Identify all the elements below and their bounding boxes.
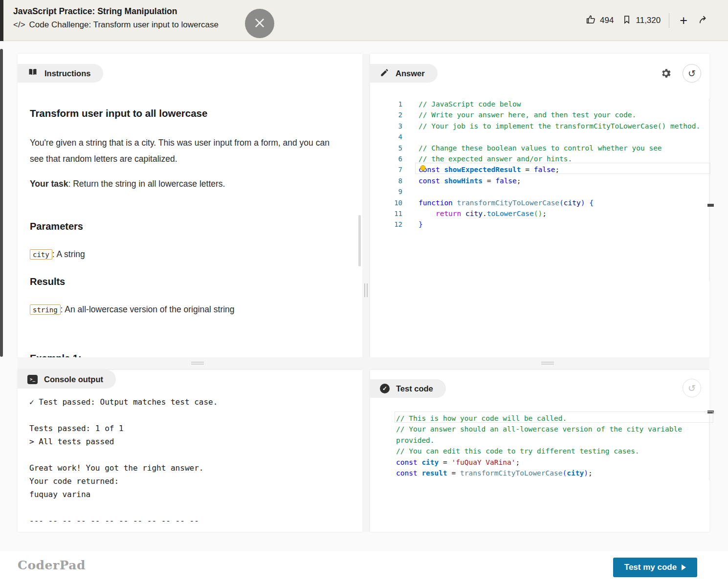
lightbulb-icon[interactable] xyxy=(419,165,426,174)
task-line: Your task: Return the string in all lowe… xyxy=(30,179,225,189)
splitter-handle[interactable] xyxy=(364,283,368,297)
testcode-editor[interactable]: // This is how your code will be called.… xyxy=(396,413,682,478)
page-scrollbar[interactable] xyxy=(0,49,3,357)
param-desc: : A string xyxy=(52,249,85,259)
test-my-code-button[interactable]: Test my code xyxy=(613,558,697,577)
console-line xyxy=(29,448,218,461)
settings-gear-icon[interactable] xyxy=(660,67,672,81)
code-line: 10function transformCityToLowerCase(city… xyxy=(370,197,709,208)
console-line xyxy=(29,501,218,514)
coderpad-logo: CoderPad xyxy=(18,558,86,572)
code-line: 2// Write your answer here, and then tes… xyxy=(370,109,709,120)
reset-icon: ↺ xyxy=(688,383,696,394)
terminal-icon: >_ xyxy=(27,375,38,384)
reset-icon: ↺ xyxy=(688,68,696,79)
tab-label: Instructions xyxy=(44,69,90,78)
vertical-splitter[interactable] xyxy=(362,54,370,357)
pencil-icon xyxy=(380,68,389,79)
console-line: Your code returned: xyxy=(29,475,218,488)
code-line: 3// Your job is to implement the transfo… xyxy=(370,121,709,131)
likes-count: 494 xyxy=(600,16,614,25)
instructions-panel: Instructions Transform user input to all… xyxy=(18,54,362,357)
bookmark-icon xyxy=(622,14,632,27)
header: JavaScript Practice: String Manipulation… xyxy=(0,0,728,41)
instructions-scrollbar[interactable] xyxy=(358,215,361,266)
console-panel: >_ Console output ✓ Test passed: Output … xyxy=(18,370,362,532)
code-line: 6// the expected answer and/or hints. xyxy=(370,153,709,164)
horizontal-splitter[interactable] xyxy=(18,357,709,370)
code-line: // Your answer should an all-lowercase v… xyxy=(396,424,682,434)
page-subtitle: </> Code Challenge: Transform user input… xyxy=(13,20,219,30)
task-text: : Return the string in all lowercase let… xyxy=(68,179,225,189)
code-line: 4 xyxy=(370,131,709,142)
result-code-chip: string xyxy=(30,304,61,315)
tab-instructions[interactable]: Instructions xyxy=(18,64,103,83)
tab-label: Console output xyxy=(44,375,103,384)
challenge-heading: Transform user input to all lowercase xyxy=(30,108,207,119)
param-code-chip: city xyxy=(30,249,52,260)
reset-code-button[interactable]: ↺ xyxy=(683,64,701,83)
parameter-line: city: A string xyxy=(30,249,85,260)
code-line: const city = 'fuQuaY VaRina'; xyxy=(396,457,682,468)
example-heading: Example 1: xyxy=(30,353,82,357)
tab-console-output[interactable]: >_ Console output xyxy=(18,370,116,389)
likes-stat[interactable]: 494 xyxy=(585,14,614,27)
book-icon xyxy=(27,67,38,79)
console-line: Great work! You got the right answer. xyxy=(29,461,218,475)
console-line: --- -- -- -- -- -- -- -- -- -- -- -- xyxy=(29,514,218,527)
add-button[interactable]: + xyxy=(678,14,689,27)
page-title: JavaScript Practice: String Manipulation xyxy=(13,6,177,17)
console-line: Tests passed: 1 of 1 xyxy=(29,422,218,435)
console-line xyxy=(29,409,218,422)
code-line: 5// Change these boolean values to contr… xyxy=(370,143,709,153)
parameters-heading: Parameters xyxy=(30,221,83,232)
code-line: provided. xyxy=(396,435,682,446)
result-desc: : An all-lowercase version of the origin… xyxy=(61,304,235,314)
task-label: Your task xyxy=(30,179,68,189)
console-line: fuquay varina xyxy=(29,488,218,501)
code-line-current: 11 return city.toLowerCase(); xyxy=(370,208,709,219)
reset-testcode-button[interactable]: ↺ xyxy=(683,379,701,397)
test-button-label: Test my code xyxy=(624,563,677,572)
thumbs-up-icon xyxy=(585,14,596,27)
answer-panel: Answer ↺ 1// JavaScript code below 2// W… xyxy=(370,54,709,357)
vertical-splitter-bottom[interactable] xyxy=(362,370,370,532)
code-line: // You can edit this code to try differe… xyxy=(396,446,682,456)
check-circle-icon: ✓ xyxy=(380,384,390,393)
code-tag-icon: </> xyxy=(13,20,25,30)
console-line: ✓ Test passed: Output matches test case. xyxy=(29,395,218,409)
code-line: // This is how your code will be called. xyxy=(396,413,682,424)
tab-test-code[interactable]: ✓ Test code xyxy=(370,379,446,398)
results-heading: Results xyxy=(30,276,65,287)
subtitle-text: Code Challenge: Transform user input to … xyxy=(29,20,219,30)
code-line: 9 xyxy=(370,186,709,197)
splitter-handle-left[interactable] xyxy=(191,362,204,365)
play-icon xyxy=(682,564,686,570)
share-button[interactable] xyxy=(698,15,709,27)
footer: CoderPad Test my code xyxy=(0,551,728,585)
close-button[interactable] xyxy=(245,9,274,38)
tab-answer[interactable]: Answer xyxy=(370,64,438,83)
header-actions: 494 11,320 + xyxy=(585,0,709,41)
challenge-intro: You're given a string that is a city. Th… xyxy=(30,135,343,167)
code-line: const result = transformCityToLowerCase(… xyxy=(396,468,682,478)
splitter-handle-right[interactable] xyxy=(541,362,554,365)
header-divider xyxy=(669,13,669,28)
share-arrow-icon xyxy=(698,15,709,27)
left-edge-bar xyxy=(0,0,3,41)
code-line: 8const showHints = false; xyxy=(370,175,709,186)
bookmarks-stat[interactable]: 11,320 xyxy=(622,14,661,27)
tab-label: Answer xyxy=(396,69,425,78)
code-line: 1// JavaScript code below xyxy=(370,99,709,109)
tab-label: Test code xyxy=(396,384,433,393)
testcode-panel: ✓ Test code ↺ // This is how your code w… xyxy=(370,370,709,532)
console-line: > All tests passed xyxy=(29,435,218,448)
close-icon xyxy=(253,16,266,31)
console-output-text: ✓ Test passed: Output matches test case.… xyxy=(29,395,218,527)
bookmarks-count: 11,320 xyxy=(636,16,661,25)
result-line: string: An all-lowercase version of the … xyxy=(30,304,235,315)
code-line: 12} xyxy=(370,219,709,230)
